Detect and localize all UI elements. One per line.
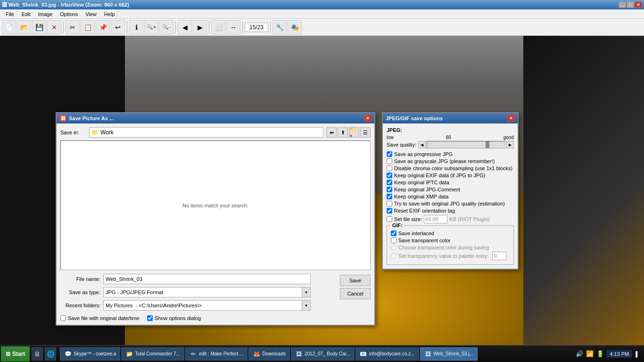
filetype-dropdown-arrow[interactable]: ▼ [302,287,311,297]
toolbar-fit-window[interactable]: ⬜ [211,20,225,34]
file-browser-area: No items match your search. [60,140,371,270]
recent-folders-label: Recent folders: [60,303,100,308]
save-in-nav: ⬅ ⬆ 📁+ ☰ [326,127,371,138]
downloads-icon: 🦊 [253,350,260,358]
jpeg-dialog-close-button[interactable]: ✕ [507,115,515,122]
option-keep-iptc-row: Keep original IPTC data [387,180,514,185]
menu-image[interactable]: Image [34,10,57,18]
save-original-date-row: Save file with original date/time [60,315,140,321]
app-icon: 🖼 [2,2,7,8]
jpeg-dialog-titlebar: JPEG/GIF save options ✕ [383,113,518,123]
toolbar-next[interactable]: ▶ [193,20,207,34]
volume-icon[interactable]: 🔊 [576,350,583,357]
filetype-input[interactable] [103,287,302,297]
option-disable-chroma-checkbox[interactable] [387,165,392,171]
irfanview-window: 🖼 Web_Shrink_03.jpg - IrfanView (Zoom: 8… [0,0,644,345]
minimize-button[interactable]: _ [619,1,626,8]
show-options-checkbox[interactable] [147,315,153,321]
toolbar-new[interactable]: 📄 [2,20,16,34]
menu-options[interactable]: Options [56,10,82,18]
toolbar-prev[interactable]: ◀ [178,20,192,34]
nav-view-button[interactable]: ☰ [360,127,371,138]
taskbar-skype[interactable]: 💬 Skype™ - coetzee.a [60,347,120,361]
battery-icon: 🔋 [596,350,604,357]
maximize-button[interactable]: □ [627,1,634,8]
system-clock: 4:13 PM [607,350,632,358]
toolbar-cut[interactable]: ✂ [66,20,80,34]
toolbar-delete[interactable]: ✕ [47,20,61,34]
toolbar-save[interactable]: 💾 [32,20,46,34]
toolbar-sep-2 [127,21,127,33]
menu-help[interactable]: Help [100,10,119,18]
network-icon[interactable]: 📶 [586,350,594,357]
toolbar-settings[interactable]: 🔧 [272,20,287,34]
file-size-input[interactable] [424,215,447,223]
filetype-label: Save as type: [60,289,100,295]
save-original-date-checkbox[interactable] [60,315,66,321]
quality-increase-button[interactable]: ▶ [506,141,514,148]
quality-slider-track[interactable] [427,141,505,148]
toolbar-fit-width[interactable]: ↔ [226,20,240,34]
show-desktop-button[interactable]: 🖥 [32,347,43,361]
option-try-save-row: Try to save with original JPG quality (e… [387,201,514,206]
taskbar-irfanview[interactable]: 🖼 Web_Shrink_03.j... [420,347,478,361]
option-grayscale-checkbox[interactable] [387,158,392,164]
toolbar-zoom-out[interactable]: 🔍- [159,20,173,34]
folder-icon: 📁 [91,129,99,136]
taskbar-email[interactable]: 📧 info@bodycare.co.z... [355,347,419,361]
save-in-label: Save in: [60,130,86,135]
option-progressive-checkbox[interactable] [387,151,392,157]
save-button[interactable]: Save [340,275,371,286]
toolbar-paste[interactable]: 📌 [96,20,110,34]
toolbar-undo[interactable]: ↩ [111,20,125,34]
recent-folders-input[interactable] [103,300,302,311]
quality-slider-thumb[interactable] [486,141,489,148]
cancel-button[interactable]: Cancel [340,288,371,299]
taskbar-make-perfect-label: edit : Make Perfect ... [199,351,243,356]
taskbar-total-commander[interactable]: 📁 Total Commander 7... [121,347,184,361]
option-keep-iptc-checkbox[interactable] [387,180,392,185]
option-reset-exif-checkbox[interactable] [387,208,392,214]
toolbar-skinned[interactable]: 🎭 [288,20,302,34]
option-keep-exif-checkbox[interactable] [387,173,392,178]
gif-interlaced-checkbox[interactable] [391,230,396,236]
recent-folders-dropdown-arrow[interactable]: ▼ [302,300,311,311]
app-title: Web_Shrink_03.jpg - IrfanView (Zoom: 860… [8,2,129,8]
toolbar-open[interactable]: 📂 [17,20,31,34]
toolbar-info[interactable]: ℹ [129,20,143,34]
nav-back-button[interactable]: ⬅ [326,127,337,138]
taskbar-body-car[interactable]: 🖼 2012_07_ Body Car... [291,347,355,361]
taskbar-downloads[interactable]: 🦊 Downloads [248,347,289,361]
close-button[interactable]: ✕ [635,1,642,8]
nav-new-folder-button[interactable]: 📁+ [349,127,359,138]
menu-view[interactable]: View [82,10,100,18]
toolbar: 📄 📂 💾 ✕ ✂ 📋 📌 ↩ ℹ 🔍+ 🔍- ◀ ▶ ⬜ ↔ 15/23 🔧 … [0,19,644,36]
gif-interlaced-label: Save interlaced [398,230,434,236]
toolbar-copy[interactable]: 📋 [81,20,95,34]
set-transparency-label: Set transparency value to palette entry: [398,253,488,259]
nav-up-button[interactable]: ⬆ [338,127,348,138]
show-desktop-icon[interactable]: ▌ [635,351,640,357]
save-quality-row: Save quality: ◀ ▶ [387,141,514,148]
option-progressive-row: Save as progressive JPG [387,151,514,157]
ie-button[interactable]: 🌐 [45,347,56,361]
option-reset-exif-row: Reset EXIF orientation tag [387,208,514,214]
option-keep-xmp-checkbox[interactable] [387,194,392,199]
filename-input[interactable] [103,274,311,284]
menu-edit[interactable]: Edit [18,10,34,18]
jpeg-dialog-body: JPEG: low 80 good Save quality: ◀ [383,123,518,269]
start-button[interactable]: ⊞ Start [1,346,30,362]
gif-transparent-checkbox[interactable] [391,238,396,243]
quality-decrease-button[interactable]: ◀ [418,141,426,148]
set-file-size-checkbox[interactable] [387,216,392,222]
option-keep-comment-checkbox[interactable] [387,187,392,192]
save-in-combo[interactable]: 📁 Work [89,127,323,138]
menu-file[interactable]: File [2,10,18,18]
option-try-save-checkbox[interactable] [387,201,392,206]
save-dialog-close-button[interactable]: ✕ [364,115,372,122]
filetype-row: Save as type: ▼ [60,287,337,297]
quality-value-label: 80 [446,135,451,140]
taskbar-make-perfect[interactable]: ✏ edit : Make Perfect ... [185,347,248,361]
gif-section-label: GIF: [391,222,404,228]
toolbar-zoom-in[interactable]: 🔍+ [144,20,158,34]
